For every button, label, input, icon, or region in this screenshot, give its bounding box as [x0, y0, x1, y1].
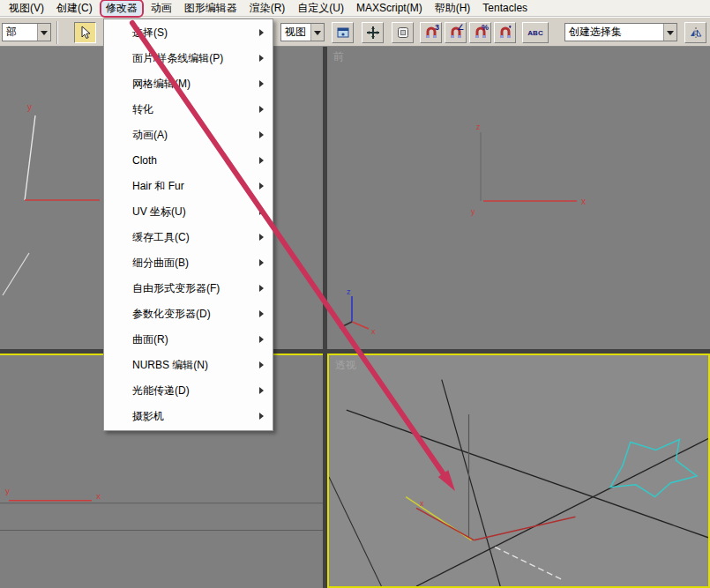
- menubar-item-customize[interactable]: 自定义(U): [291, 0, 350, 17]
- menu-item-conversion[interactable]: 转化: [104, 97, 273, 123]
- selection-filter-combo[interactable]: 部: [2, 23, 51, 41]
- menu-item-radiosity[interactable]: 光能传递(D): [104, 378, 273, 404]
- svg-text:y: y: [5, 486, 10, 495]
- menu-item-hair-and-fur[interactable]: Hair 和 Fur: [104, 174, 273, 199]
- mirror-button[interactable]: [684, 22, 706, 43]
- menu-item-uv-coordinates[interactable]: UV 坐标(U): [104, 199, 273, 225]
- viewport-grid-art: x: [329, 355, 708, 586]
- spinner-snap-button[interactable]: [494, 22, 516, 43]
- svg-text:y: y: [471, 207, 475, 216]
- menubar-item-maxscript[interactable]: MAXScript(M): [350, 1, 429, 15]
- menu-item-parametric-deformers[interactable]: 参数化变形器(D): [104, 301, 273, 327]
- cursor-icon: [78, 26, 93, 40]
- snap-3d-label: 3: [435, 23, 439, 32]
- angle-snap-button[interactable]: ∠: [445, 22, 467, 43]
- selection-filter-value: 部: [6, 25, 17, 40]
- menubar-item-create[interactable]: 创建(C): [50, 0, 99, 17]
- menu-item-free-form-deformers[interactable]: 自由形式变形器(F): [104, 276, 273, 301]
- menu-item-cloth[interactable]: Cloth: [104, 148, 273, 174]
- viewport-front[interactable]: 前 z x y z x: [327, 47, 710, 349]
- edit-named-selections-button[interactable]: ABC: [522, 22, 549, 43]
- modifiers-dropdown-menu: 选择(S) 面片/样条线编辑(P) 网格编辑(M) 转化 动画(A) Cloth…: [103, 19, 273, 431]
- menu-bar: 视图(V) 创建(C) 修改器 动画 图形编辑器 渲染(R) 自定义(U) MA…: [0, 0, 710, 17]
- menubar-item-modifiers[interactable]: 修改器: [100, 0, 144, 18]
- chevron-down-icon[interactable]: [310, 24, 324, 41]
- viewport-perspective-active[interactable]: 透视 x: [327, 354, 710, 588]
- chevron-down-icon[interactable]: [663, 24, 676, 41]
- reference-coordinate-value: 视图: [285, 25, 306, 40]
- menubar-item-help[interactable]: 帮助(H): [429, 0, 477, 17]
- menu-item-surface[interactable]: 曲面(R): [104, 327, 273, 353]
- svg-text:x: x: [96, 491, 101, 501]
- menu-item-nurbs-editing[interactable]: NURBS 编辑(N): [104, 353, 273, 378]
- percent-snap-label: %: [482, 23, 489, 32]
- named-selection-value: 创建选择集: [569, 25, 622, 40]
- keyboard-key-icon: [396, 26, 410, 40]
- menubar-item-tentacles[interactable]: Tentacles: [476, 1, 534, 15]
- menubar-item-views[interactable]: 视图(V): [3, 0, 50, 17]
- svg-text:z: z: [476, 123, 481, 131]
- menu-item-mesh-editing[interactable]: 网格编辑(M): [104, 71, 273, 97]
- keyboard-override-button[interactable]: [392, 22, 414, 43]
- menu-item-patch-spline-editing[interactable]: 面片/样条线编辑(P): [104, 46, 273, 71]
- svg-text:y: y: [27, 102, 32, 112]
- chevron-down-icon[interactable]: [37, 24, 50, 41]
- svg-text:z: z: [347, 287, 351, 296]
- named-selection-combo[interactable]: 创建选择集: [564, 23, 677, 41]
- menubar-item-rendering[interactable]: 渲染(R): [243, 0, 292, 17]
- mirror-icon: [689, 26, 703, 40]
- menu-item-selection[interactable]: 选择(S): [104, 20, 273, 46]
- manipulate-cross-icon: [366, 26, 380, 40]
- svg-text:x: x: [371, 327, 376, 336]
- magnet-spinner-icon: [498, 26, 512, 40]
- abc-icon: ABC: [527, 29, 542, 37]
- menu-item-subdivision-surfaces[interactable]: 细分曲面(B): [104, 250, 273, 276]
- use-center-button[interactable]: [332, 22, 354, 43]
- use-center-icon: [336, 26, 350, 40]
- svg-text:x: x: [420, 499, 424, 508]
- snap-toggle-3d-button[interactable]: 3: [420, 22, 442, 43]
- menubar-item-animation[interactable]: 动画: [145, 0, 178, 17]
- percent-snap-button[interactable]: %: [469, 22, 491, 43]
- svg-text:x: x: [581, 197, 586, 206]
- viewport-axis-art: z x y z x: [327, 47, 710, 349]
- menu-item-cameras[interactable]: 摄影机: [104, 404, 273, 429]
- reference-coordinate-combo[interactable]: 视图: [280, 23, 325, 41]
- viewport-perspective-label[interactable]: 透视: [335, 358, 356, 373]
- toolbar-separator: [56, 21, 58, 44]
- viewport-front-label[interactable]: 前: [333, 49, 344, 64]
- menubar-item-graph-editors[interactable]: 图形编辑器: [178, 0, 243, 17]
- menu-item-cache-tools[interactable]: 缓存工具(C): [104, 225, 273, 250]
- angle-snap-label: ∠: [457, 23, 464, 32]
- menu-item-animation[interactable]: 动画(A): [104, 123, 273, 148]
- select-object-button[interactable]: [74, 22, 96, 43]
- select-manipulate-button[interactable]: [362, 22, 384, 43]
